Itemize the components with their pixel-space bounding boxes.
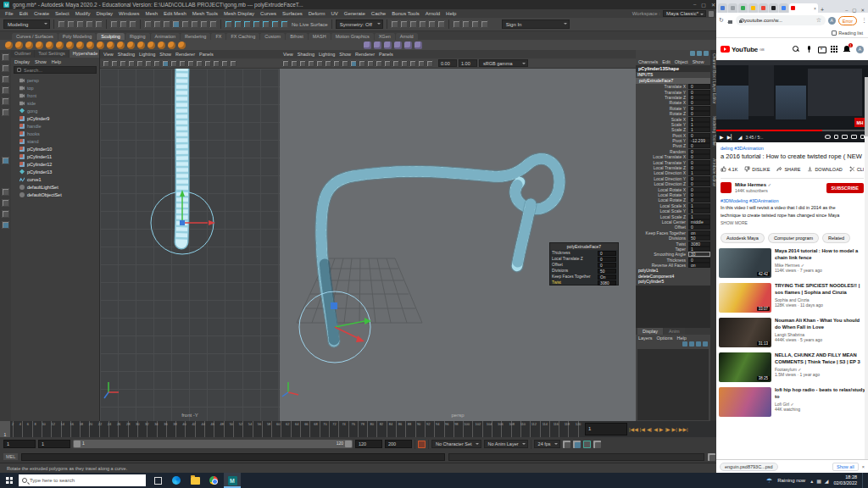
hud-attribute-value[interactable]: 3080 — [598, 280, 616, 286]
channel-attribute-row[interactable]: Taper 1 — [636, 247, 710, 252]
maya-title-bar[interactable]: M gong.mb* - Autodesk Maya 2020.2 - Educ… — [0, 0, 719, 9]
viewport-menu-item[interactable]: View — [283, 52, 293, 57]
error-pill-button[interactable]: Error — [838, 16, 857, 25]
toolbar-icon[interactable] — [404, 42, 412, 49]
dislike-button[interactable]: DISLIKE — [744, 166, 770, 172]
like-button[interactable]: 4.1K — [721, 166, 737, 172]
toolbar-icon[interactable] — [230, 60, 236, 67]
toolbar-icon[interactable] — [225, 20, 232, 28]
toolbar-icon[interactable] — [86, 42, 94, 49]
viewport-menu-item[interactable]: Renderer — [175, 52, 195, 57]
command-input[interactable] — [21, 453, 445, 461]
hud-attribute-row[interactable]: Divisions 50 — [550, 268, 618, 274]
viewport-menu-item[interactable]: Show — [339, 52, 351, 57]
shelf-tab[interactable]: FX — [211, 33, 225, 40]
network-icon[interactable]: ▦ — [816, 478, 821, 484]
toolbar-icon[interactable] — [86, 20, 93, 28]
outliner-item[interactable]: pCylinder13 — [19, 168, 99, 175]
channel-attribute-value[interactable]: 1 — [688, 127, 710, 132]
menu-item[interactable]: Mesh Display — [224, 11, 254, 16]
toolbar-icon[interactable] — [325, 60, 331, 67]
toolbar-icon[interactable] — [153, 20, 161, 28]
persp-viewport[interactable]: ViewShadingLightingShowRendererPanels 0.… — [280, 50, 636, 421]
channel-display-icon[interactable] — [690, 51, 695, 56]
menu-item[interactable]: Bonus Tools — [392, 11, 420, 16]
show-all-downloads-button[interactable]: Show all — [832, 463, 859, 471]
menu-item[interactable]: Select — [55, 11, 70, 16]
outliner-item[interactable]: defaultLightSet — [19, 183, 99, 191]
menu-item[interactable]: Modify — [75, 11, 91, 16]
channel-attribute-row[interactable]: Twist 3080 — [636, 241, 710, 246]
layout-single-icon[interactable] — [2, 188, 9, 196]
lasso-tool-icon[interactable] — [2, 64, 9, 72]
channel-attribute-row[interactable]: Local Direction Z 0 — [636, 181, 710, 186]
anim-end-field[interactable]: 120 — [355, 440, 382, 448]
shelf-tab[interactable]: XGen — [375, 33, 395, 40]
active-tool-icon[interactable] — [2, 157, 9, 164]
channel-attribute-value[interactable]: 0 — [688, 160, 710, 165]
channel-attribute-value[interactable]: 0 — [688, 95, 710, 100]
youtube-avatar[interactable]: A — [856, 46, 864, 53]
history-node-name[interactable]: polyExtrudeFace7 — [636, 78, 710, 84]
toolbar-icon[interactable] — [187, 60, 194, 67]
viewport-menu-item[interactable]: View — [103, 52, 114, 57]
channel-attribute-value[interactable]: 30 — [688, 252, 710, 257]
start-button[interactable] — [0, 473, 19, 488]
toolbar-icon[interactable] — [419, 20, 426, 28]
menu-item[interactable]: Windows — [119, 11, 139, 16]
current-frame-field[interactable]: 1 — [585, 423, 627, 435]
panel-tab[interactable]: Tool Settings — [35, 50, 69, 58]
channel-attribute-row[interactable]: Divisions 50 — [636, 236, 710, 241]
menu-item[interactable]: Surfaces — [282, 11, 303, 16]
persp-viewport-canvas[interactable]: polyExtrudeFace7 Thickness 0 Local Trans… — [280, 69, 636, 421]
browser-tab[interactable] — [748, 3, 758, 13]
move-tool-icon[interactable] — [2, 86, 9, 94]
shelf-tab[interactable]: Sculpting — [97, 33, 125, 40]
channel-attribute-value[interactable]: 0 — [688, 154, 710, 159]
toolbar-icon[interactable] — [136, 60, 143, 67]
toolbar-icon[interactable] — [128, 60, 135, 67]
channel-attribute-row[interactable]: Rotate X 0 — [636, 100, 710, 105]
related-video-title[interactable]: Nouman Ali Khan - What You should do Whe… — [775, 318, 865, 330]
selection-mask-buttons[interactable] — [144, 20, 217, 28]
viewport-menu-item[interactable]: Shading — [118, 52, 135, 57]
toolbar-icon[interactable] — [394, 42, 402, 49]
channel-attribute-value[interactable]: 0 — [688, 165, 710, 170]
persp-viewport-toolbar[interactable] — [282, 60, 433, 67]
range-end-handle[interactable] — [345, 441, 352, 447]
panel-tab[interactable]: Outliner — [11, 50, 34, 58]
menu-item[interactable]: Display — [96, 11, 113, 16]
channel-attribute-row[interactable]: Pivot Z 0 — [636, 143, 710, 148]
outliner-item[interactable]: defaultObjectSet — [19, 191, 99, 198]
input-field-buttons[interactable] — [453, 20, 488, 28]
notifications-bell-icon[interactable]: 1 — [843, 46, 850, 53]
scale-tool-icon[interactable] — [2, 108, 9, 116]
toolbar-icon[interactable] — [308, 60, 314, 67]
toolbar-icon[interactable] — [172, 20, 180, 28]
menu-item[interactable]: Mesh — [145, 11, 158, 16]
toolbar-icon[interactable] — [333, 60, 340, 67]
toolbar-icon[interactable] — [418, 60, 425, 67]
shelf-tab[interactable]: Rigging — [125, 33, 150, 40]
outliner-item[interactable]: pCylinder9 — [19, 114, 99, 122]
video-hashtags[interactable]: deling #3DAnimation — [721, 146, 864, 151]
gamma-field[interactable]: 1.00 — [459, 59, 477, 67]
toolbar-icon[interactable] — [213, 60, 220, 67]
shelf-tab[interactable]: Poly Modeling — [58, 33, 97, 40]
front-viewport[interactable]: ViewShadingLightingShowRendererPanels — [100, 50, 280, 421]
toolbar-icon[interactable] — [56, 42, 64, 49]
tab-close-icon[interactable]: × — [814, 6, 816, 11]
subscribe-button[interactable]: SUBSCRIBE — [826, 183, 864, 193]
channel-attribute-row[interactable]: Local Rotate Z 0 — [636, 197, 710, 202]
channel-attribute-value[interactable]: 0 — [688, 106, 710, 111]
channel-attribute-row[interactable]: Rotate Y 0 — [636, 106, 710, 111]
chrome-maximize-button[interactable]: ▢ — [852, 8, 856, 13]
toolbar-icon[interactable] — [129, 20, 136, 28]
time-slider[interactable]: 1 24681012141618202224262830323436384042… — [0, 421, 719, 437]
playback-button[interactable]: ◀ — [654, 426, 658, 432]
outliner-menu-item[interactable]: Show — [35, 59, 47, 64]
download-button[interactable]: DOWNLOAD — [807, 166, 842, 172]
hud-attribute-value[interactable]: On — [598, 274, 616, 280]
related-video[interactable]: 38:25 NELLA, CHUNKZ AND FILLY MEAN COMME… — [719, 352, 865, 382]
toolbar-icon[interactable] — [196, 60, 203, 67]
